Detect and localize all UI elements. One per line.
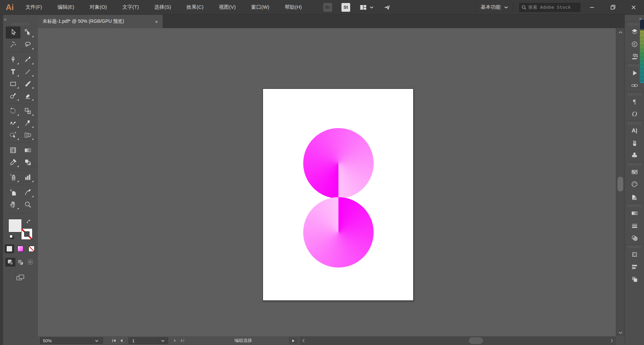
status-expand-button[interactable]: [289, 337, 298, 344]
swap-fill-stroke-icon[interactable]: [26, 219, 32, 224]
panel-grip[interactable]: [628, 93, 641, 96]
panel-grip[interactable]: [628, 163, 641, 166]
magic-wand-tool[interactable]: [6, 39, 20, 51]
vertical-scrollbar-thumb[interactable]: [618, 177, 623, 191]
menu-window[interactable]: 窗口(W): [251, 4, 269, 10]
hand-tool[interactable]: [6, 198, 20, 211]
fill-swatch[interactable]: [8, 219, 22, 232]
type-tool[interactable]: [6, 66, 20, 78]
scroll-down-icon[interactable]: [618, 331, 623, 334]
gradient-tool[interactable]: [20, 144, 35, 156]
panel-gradient[interactable]: [625, 207, 644, 219]
workspace-switcher[interactable]: 基本功能: [481, 4, 508, 10]
lasso-tool[interactable]: [20, 39, 35, 51]
panel-grip[interactable]: [628, 205, 641, 207]
menu-view[interactable]: 视图(V): [219, 4, 236, 10]
canvas[interactable]: [38, 28, 616, 336]
menu-help[interactable]: 帮助(H): [285, 4, 302, 10]
shaper-tool[interactable]: [6, 90, 20, 102]
panel-grip[interactable]: [628, 246, 641, 248]
color-button[interactable]: [5, 244, 14, 253]
artboard[interactable]: [263, 89, 414, 301]
selection-tool[interactable]: [6, 26, 20, 39]
perspective-grid-tool[interactable]: [20, 129, 35, 141]
menu-file[interactable]: 文件(F): [25, 4, 42, 10]
direct-selection-tool[interactable]: [20, 26, 35, 39]
menu-select[interactable]: 选择(S): [154, 4, 171, 10]
symbol-sprayer-tool[interactable]: [6, 171, 20, 183]
minimize-button[interactable]: [582, 0, 602, 14]
bridge-button[interactable]: Br: [323, 3, 332, 12]
panel-color[interactable]: [625, 178, 644, 190]
restore-button[interactable]: [602, 0, 623, 14]
menu-effect[interactable]: 效果(C): [186, 4, 204, 10]
zoom-dropdown-button[interactable]: [91, 337, 103, 344]
stroke-swatch[interactable]: [21, 228, 33, 240]
document-arrangement-button[interactable]: [360, 4, 374, 11]
rotate-tool[interactable]: [6, 105, 20, 117]
draw-normal-button[interactable]: [5, 258, 15, 267]
gradient-button[interactable]: [16, 244, 25, 253]
scroll-left-icon[interactable]: [302, 336, 305, 345]
blend-tool[interactable]: [20, 156, 35, 168]
first-artboard-button[interactable]: [112, 339, 116, 343]
panel-grip[interactable]: [628, 23, 641, 25]
panel-opentype[interactable]: O: [625, 108, 644, 120]
artboard-number-field[interactable]: 1: [128, 337, 168, 344]
panel-pathfinder[interactable]: [625, 273, 644, 285]
panel-grip[interactable]: [12, 23, 29, 25]
scroll-up-icon[interactable]: [618, 31, 623, 34]
panel-stroke[interactable]: [625, 219, 644, 232]
eyedropper-tool[interactable]: [6, 156, 20, 168]
horizontal-scrollbar-thumb[interactable]: [469, 337, 483, 344]
menu-edit[interactable]: 编辑(E): [57, 4, 74, 10]
scroll-right-icon[interactable]: [610, 336, 613, 345]
gradient-circle-bottom[interactable]: [303, 197, 374, 268]
puppet-warp-tool[interactable]: [20, 117, 35, 129]
search-input[interactable]: [528, 5, 578, 10]
panel-brushes[interactable]: [625, 137, 644, 149]
previous-artboard-button[interactable]: [120, 339, 123, 343]
panel-grip[interactable]: [628, 122, 641, 124]
slice-tool[interactable]: [20, 186, 35, 198]
none-button[interactable]: [27, 244, 36, 253]
panel-symbols[interactable]: ♣: [625, 149, 644, 162]
panel-paragraph[interactable]: ¶: [625, 96, 644, 108]
next-artboard-button[interactable]: [173, 339, 177, 343]
panel-transparency[interactable]: [625, 232, 644, 244]
share-icon[interactable]: [383, 4, 391, 11]
stock-search-box[interactable]: [519, 3, 580, 12]
zoom-tool[interactable]: [20, 198, 35, 211]
menu-object[interactable]: 对象(O): [90, 4, 107, 10]
scale-tool[interactable]: [20, 105, 35, 117]
panel-transform[interactable]: [625, 248, 644, 261]
artboard-dropdown-button[interactable]: [158, 338, 168, 344]
column-graph-tool[interactable]: [20, 171, 35, 183]
panel-align[interactable]: [625, 261, 644, 273]
change-screen-mode-button[interactable]: [16, 274, 25, 282]
zoom-level-select[interactable]: 50%: [40, 337, 91, 344]
collapse-toolbar-icon[interactable]: «: [4, 17, 6, 22]
gradient-circle-top[interactable]: [303, 128, 374, 198]
stock-button[interactable]: St: [341, 3, 350, 12]
curvature-tool[interactable]: [20, 54, 35, 66]
pen-tool[interactable]: [6, 54, 20, 66]
vertical-scrollbar[interactable]: [616, 28, 625, 336]
width-tool[interactable]: [6, 117, 20, 129]
mesh-tool[interactable]: [6, 144, 20, 156]
menu-type[interactable]: 文字(T): [122, 4, 139, 10]
panel-color-guide[interactable]: [625, 190, 644, 203]
default-fill-stroke-icon[interactable]: [9, 234, 14, 240]
panel-swatches[interactable]: [625, 166, 644, 178]
panel-grip[interactable]: [628, 64, 641, 67]
draw-inside-button[interactable]: [25, 258, 36, 267]
document-tab[interactable]: 未标题-1.pdf* @ 50% (RGB/GPU 预览) ×: [38, 15, 163, 28]
horizontal-scrollbar[interactable]: [300, 336, 616, 345]
tab-close-icon[interactable]: ×: [155, 19, 158, 24]
last-artboard-button[interactable]: [180, 339, 185, 343]
artboard-tool[interactable]: [6, 186, 20, 198]
line-segment-tool[interactable]: [20, 66, 35, 78]
eraser-tool[interactable]: [20, 90, 35, 102]
rectangle-tool[interactable]: [6, 78, 20, 90]
draw-behind-button[interactable]: [15, 258, 25, 267]
